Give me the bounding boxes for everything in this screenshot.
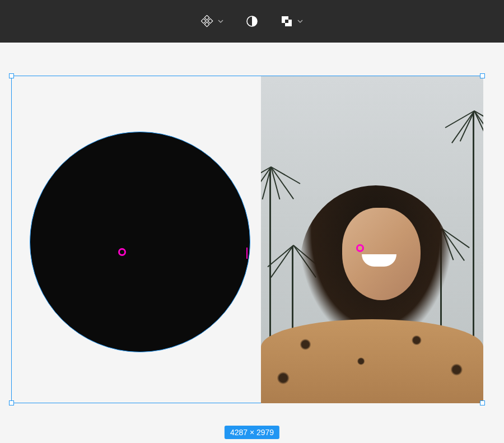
svg-rect-3: [204, 22, 209, 26]
components-icon: [201, 15, 213, 27]
svg-rect-2: [208, 18, 212, 23]
context-toolbar: [0, 0, 504, 43]
svg-rect-0: [204, 15, 209, 20]
alignment-marker: [246, 248, 248, 259]
selection-box[interactable]: [11, 76, 483, 403]
boolean-icon: [281, 15, 293, 27]
selection-handle-bl[interactable]: [9, 400, 14, 405]
photo-clothing: [261, 319, 483, 403]
selection-handle-tl[interactable]: [9, 73, 14, 78]
selection-handle-br[interactable]: [480, 400, 485, 405]
ellipse-object[interactable]: [30, 132, 250, 352]
selection-handle-tr[interactable]: [480, 73, 485, 78]
rotation-origin-marker[interactable]: [356, 244, 364, 252]
boolean-tool[interactable]: [281, 15, 303, 27]
selection-dimensions-badge: 4287 × 2979: [225, 426, 279, 439]
mask-icon: [246, 15, 258, 27]
svg-rect-1: [201, 18, 206, 23]
rotation-origin-marker[interactable]: [118, 248, 126, 256]
chevron-down-icon: [218, 16, 223, 26]
chevron-down-icon: [297, 16, 303, 26]
mask-tool[interactable]: [246, 15, 258, 27]
svg-rect-7: [285, 20, 288, 23]
components-tool[interactable]: [201, 15, 223, 27]
canvas[interactable]: 4287 × 2979: [0, 43, 504, 443]
image-object[interactable]: [261, 76, 483, 403]
